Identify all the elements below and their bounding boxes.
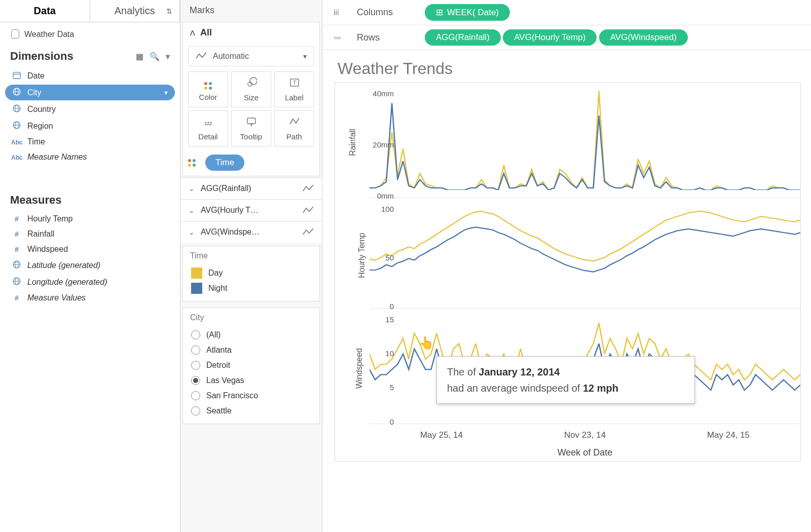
radio-icon <box>191 361 200 370</box>
x-tick: Nov 23, 14 <box>564 430 606 440</box>
globe-icon <box>11 104 22 115</box>
y-axis-label: Rainfall <box>348 129 357 156</box>
marks-row[interactable]: ⌄AGG(Rainfall) <box>180 177 322 199</box>
abc-icon: Abc <box>11 153 22 161</box>
rows-icon: ≔ <box>334 33 345 43</box>
field-country[interactable]: Country <box>5 101 175 117</box>
city-option[interactable]: Seattle <box>190 403 312 419</box>
color-swatch <box>191 268 202 279</box>
line-icon <box>303 184 314 193</box>
tab-analytics[interactable]: Analytics⇅ <box>90 0 180 22</box>
line-icon <box>303 206 314 215</box>
radio-icon <box>191 346 200 355</box>
y-tick: 0 <box>390 417 394 426</box>
measures-title: Measures <box>10 194 62 207</box>
shelf-pill[interactable]: AVG(Windspeed) <box>599 29 688 46</box>
menu-caret-icon[interactable]: ▾ <box>166 52 170 61</box>
x-tick: May 25, 14 <box>420 430 463 440</box>
x-axis-title: Week of Date <box>370 440 800 461</box>
y-tick: 5 <box>390 383 394 392</box>
city-option[interactable]: Las Vegas <box>190 373 312 388</box>
label-icon: T <box>289 77 300 90</box>
chart-temp[interactable] <box>370 202 800 300</box>
y-tick: 0mm <box>377 191 394 200</box>
svg-rect-24 <box>247 118 255 124</box>
field-longitude-generated-[interactable]: Longitude (generated) <box>5 274 175 290</box>
legend-time-title: Time <box>190 251 312 260</box>
field-rainfall[interactable]: #Rainfall <box>5 227 175 241</box>
svg-point-21 <box>205 122 206 123</box>
radio-icon <box>191 391 200 400</box>
marks-title: Marks <box>180 0 322 21</box>
path-icon <box>289 116 300 129</box>
city-option[interactable]: (All) <box>190 327 312 343</box>
field-hourly-temp[interactable]: #Hourly Temp <box>5 212 175 226</box>
globe-icon <box>11 277 22 287</box>
calendar-icon <box>11 70 22 81</box>
globe-icon <box>11 121 22 131</box>
chevron-down-icon: ⌄ <box>189 184 195 193</box>
legend-item[interactable]: Night <box>190 281 312 296</box>
chevron-down-icon: ⌄ <box>189 228 195 236</box>
mark-card-tooltip[interactable]: Tooltip <box>231 110 271 146</box>
marks-all-toggle[interactable]: ᐱ All <box>183 22 319 43</box>
y-tick: 15 <box>385 315 394 324</box>
y-tick: 50 <box>385 253 394 261</box>
mark-card-path[interactable]: Path <box>274 110 314 146</box>
color-dots-icon <box>188 159 200 167</box>
svg-point-18 <box>250 78 257 85</box>
city-option[interactable]: San Francisco <box>190 388 312 403</box>
mark-card-size[interactable]: Size <box>231 71 271 107</box>
y-tick: 0 <box>390 301 394 310</box>
field-latitude-generated-[interactable]: Latitude (generated) <box>5 257 175 273</box>
mark-card-label[interactable]: TLabel <box>274 71 314 107</box>
shelf-pill[interactable]: AGG(Rainfall) <box>425 29 501 46</box>
radio-icon <box>191 406 200 415</box>
mark-card-color[interactable]: Color <box>188 71 228 107</box>
hash-icon: # <box>11 215 22 223</box>
field-measure-names[interactable]: AbcMeasure Names <box>5 150 175 164</box>
chart-rainfall[interactable] <box>370 87 800 190</box>
mark-card-detail[interactable]: Detail <box>188 110 228 146</box>
plus-icon: ⊞ <box>436 7 443 18</box>
y-tick: 10 <box>385 349 394 358</box>
chart-title: Weather Trends <box>338 59 801 78</box>
hash-icon: # <box>11 245 22 253</box>
globe-icon <box>11 260 22 271</box>
legend-item[interactable]: Day <box>190 265 312 281</box>
field-city[interactable]: City▼ <box>5 85 175 100</box>
chevron-up-icon: ᐱ <box>190 29 195 37</box>
shelf-pill[interactable]: ⊞WEEK( Date) <box>425 4 510 21</box>
size-icon <box>246 77 257 90</box>
tooltip: The of January 12, 2014had an average wi… <box>436 356 695 404</box>
datasource-row[interactable]: Weather Data <box>0 22 180 47</box>
svg-point-23 <box>210 122 211 123</box>
tab-data[interactable]: Data <box>0 0 90 22</box>
x-tick: May 24, 15 <box>707 430 750 440</box>
city-option[interactable]: Atlanta <box>190 343 312 358</box>
color-icon <box>204 78 212 90</box>
hash-icon: # <box>11 230 22 238</box>
svg-text:T: T <box>292 80 296 86</box>
detail-icon <box>203 116 214 129</box>
field-region[interactable]: Region <box>5 118 175 134</box>
marks-row[interactable]: ⌄AVG(Windspe… <box>180 221 322 243</box>
field-measure-values[interactable]: #Measure Values <box>5 291 175 305</box>
swap-icon: ⇅ <box>166 7 172 15</box>
field-time[interactable]: AbcTime <box>5 135 175 149</box>
city-option[interactable]: Detroit <box>190 358 312 373</box>
y-tick: 40mm <box>373 89 394 98</box>
color-swatch <box>191 283 202 294</box>
color-shelf-pill[interactable]: Time <box>183 151 319 176</box>
radio-icon <box>191 376 200 385</box>
mark-type-select[interactable]: Automatic ▾ <box>188 46 314 66</box>
y-tick: 20mm <box>373 140 394 148</box>
radio-icon <box>191 330 200 339</box>
field-windspeed[interactable]: #Windspeed <box>5 242 175 256</box>
shelf-pill[interactable]: AVG(Hourly Temp) <box>503 29 597 46</box>
field-date[interactable]: Date <box>5 68 175 84</box>
marks-row[interactable]: ⌄AVG(Hourly T… <box>180 199 322 221</box>
search-icon[interactable]: 🔍 <box>150 52 160 61</box>
chevron-down-icon: ⌄ <box>189 206 195 214</box>
view-grid-icon[interactable]: ▦ <box>136 52 143 61</box>
